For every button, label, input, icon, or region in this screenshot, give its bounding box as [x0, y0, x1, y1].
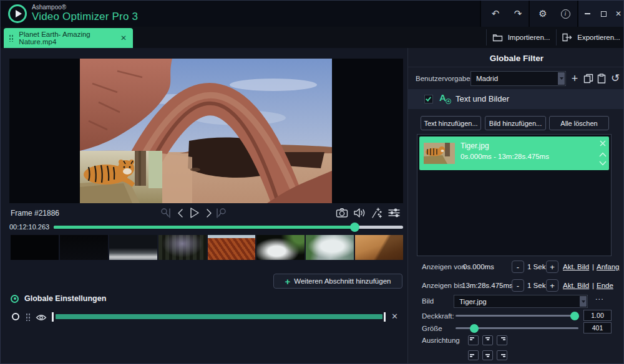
- tiger-image-overlay[interactable]: [80, 151, 162, 203]
- move-overlay-down-icon[interactable]: [599, 160, 607, 167]
- delete-section-icon[interactable]: ✕: [391, 312, 398, 321]
- overlay-list-item[interactable]: Tiger.jpg 0s.000ms - 13m:28s.475ms: [419, 136, 609, 170]
- snapshot-camera-icon[interactable]: [336, 208, 348, 218]
- current-time-label: 00:12:10.263: [9, 223, 49, 231]
- copy-preset-button[interactable]: [583, 74, 593, 84]
- thumbnail[interactable]: [306, 235, 354, 260]
- show-from-minus-button[interactable]: -: [512, 261, 524, 273]
- add-section-label: Weiteren Abschnitt hinzufügen: [294, 277, 391, 285]
- alignment-label: Ausrichtung: [422, 337, 460, 344]
- browse-image-button[interactable]: ...: [595, 292, 604, 302]
- close-window-button[interactable]: ✕: [611, 1, 624, 27]
- add-text-button[interactable]: Text hinzufügen...: [421, 116, 481, 130]
- titlebar-separator: [529, 1, 530, 27]
- chevron-down-icon: [582, 300, 585, 303]
- show-from-start-link[interactable]: Anfang: [597, 263, 619, 271]
- tab-close-icon[interactable]: ✕: [120, 34, 127, 42]
- opacity-slider-handle[interactable]: [570, 312, 579, 320]
- overlay-list[interactable]: Tiger.jpg 0s.000ms - 13m:28s.475ms: [417, 134, 612, 256]
- drag-handle-icon[interactable]: [26, 313, 31, 321]
- magic-wand-icon[interactable]: [371, 207, 383, 219]
- remove-overlay-icon[interactable]: [599, 140, 607, 147]
- video-preview-area: [9, 59, 403, 203]
- export-button[interactable]: Exportieren...: [557, 27, 624, 48]
- play-button[interactable]: [189, 207, 200, 219]
- set-start-marker-icon[interactable]: [160, 208, 172, 219]
- text-images-section-header: A + Text und Bilder: [408, 89, 624, 109]
- info-icon: i: [561, 9, 570, 19]
- dropdown-arrow: [558, 72, 565, 85]
- video-frame: [80, 59, 332, 203]
- add-section-button[interactable]: + Weiteren Abschnitt hinzufügen: [273, 274, 402, 289]
- thumbnail[interactable]: [208, 235, 256, 260]
- app-title: Video Optimizer Pro 3: [32, 11, 138, 23]
- add-image-button[interactable]: Bild hinzufügen...: [485, 116, 546, 130]
- range-start-handle[interactable]: [52, 312, 54, 322]
- move-overlay-up-icon[interactable]: [599, 151, 607, 158]
- volume-speaker-icon[interactable]: [353, 208, 366, 218]
- settings-gear-button[interactable]: ⚙: [532, 1, 553, 27]
- preset-dropdown[interactable]: Madrid: [470, 71, 566, 86]
- thumbnail[interactable]: [60, 235, 108, 260]
- set-end-marker-icon[interactable]: [215, 208, 227, 219]
- global-settings-title: Globale Einstellungen: [24, 294, 106, 303]
- align-top-right-button[interactable]: [497, 335, 507, 345]
- opacity-value-input[interactable]: [583, 310, 612, 321]
- opacity-slider[interactable]: [456, 315, 578, 317]
- image-dropdown[interactable]: Tiger.jpg: [454, 295, 588, 308]
- size-value-input[interactable]: [583, 322, 612, 333]
- tiger-image: [80, 151, 162, 203]
- show-to-minus-button[interactable]: -: [512, 279, 524, 292]
- timeline-progress: [54, 226, 354, 229]
- text-images-checkbox[interactable]: [424, 95, 433, 103]
- delete-all-button[interactable]: Alle löschen: [549, 116, 609, 130]
- tab-filename: Planet Earth- Amazing Nature.mp4: [19, 31, 120, 46]
- add-preset-button[interactable]: +: [568, 73, 582, 84]
- export-label: Exportieren...: [577, 34, 620, 41]
- show-to-plus-button[interactable]: +: [546, 279, 558, 292]
- size-slider-handle[interactable]: [470, 324, 479, 333]
- timeline-slider[interactable]: [54, 226, 403, 229]
- redo-button[interactable]: ↷: [507, 1, 529, 27]
- align-middle-center-button[interactable]: [482, 350, 493, 360]
- align-middle-left-button[interactable]: [468, 350, 479, 360]
- paste-preset-button[interactable]: [597, 74, 606, 84]
- overlay-item-time-range: 0s.000ms - 13m:28s.475ms: [461, 153, 549, 160]
- import-button[interactable]: Importieren...: [487, 27, 555, 48]
- drag-handle-icon[interactable]: [9, 34, 13, 42]
- show-from-current-frame-link[interactable]: Akt. Bild: [563, 263, 589, 271]
- timeline-thumbnails: [11, 235, 403, 260]
- thumbnail[interactable]: [355, 235, 403, 260]
- thumbnail[interactable]: [109, 235, 157, 260]
- align-top-left-button[interactable]: [468, 335, 479, 345]
- info-button[interactable]: i: [555, 1, 576, 27]
- adjustments-sliders-icon[interactable]: [388, 208, 401, 218]
- app-window: Ashampoo® Video Optimizer Pro 3 ↶ ↷ ⚙ i …: [0, 0, 624, 364]
- section-range-bar[interactable]: [56, 314, 383, 319]
- timeline-handle[interactable]: [350, 223, 359, 232]
- show-from-plus-button[interactable]: +: [546, 261, 558, 273]
- range-end-handle[interactable]: [384, 312, 386, 322]
- target-icon: [11, 295, 19, 303]
- align-top-center-button[interactable]: [482, 335, 493, 345]
- minimize-button[interactable]: [580, 1, 595, 27]
- thumbnail[interactable]: [256, 235, 305, 260]
- step-label: 1 Sek: [527, 263, 545, 271]
- align-middle-right-button[interactable]: [497, 350, 507, 360]
- panel-title: Globale Filter: [408, 54, 624, 63]
- previous-frame-button[interactable]: [177, 208, 184, 218]
- undo-button[interactable]: ↶: [485, 1, 506, 27]
- next-frame-button[interactable]: [205, 208, 213, 218]
- show-to-current-frame-link[interactable]: Akt. Bild: [563, 282, 589, 289]
- reset-preset-button[interactable]: ↺: [609, 72, 622, 84]
- size-slider[interactable]: [456, 327, 578, 329]
- thumbnail[interactable]: [11, 235, 59, 260]
- section-radio-icon[interactable]: [12, 313, 19, 320]
- tabbar-separator: [556, 29, 557, 46]
- show-to-end-link[interactable]: Ende: [597, 282, 613, 289]
- frame-counter: Frame #21886: [11, 209, 59, 218]
- video-tab[interactable]: Planet Earth- Amazing Nature.mp4 ✕: [4, 28, 133, 48]
- visibility-eye-icon[interactable]: [36, 313, 47, 324]
- maximize-button[interactable]: [596, 1, 611, 27]
- thumbnail[interactable]: [158, 235, 207, 260]
